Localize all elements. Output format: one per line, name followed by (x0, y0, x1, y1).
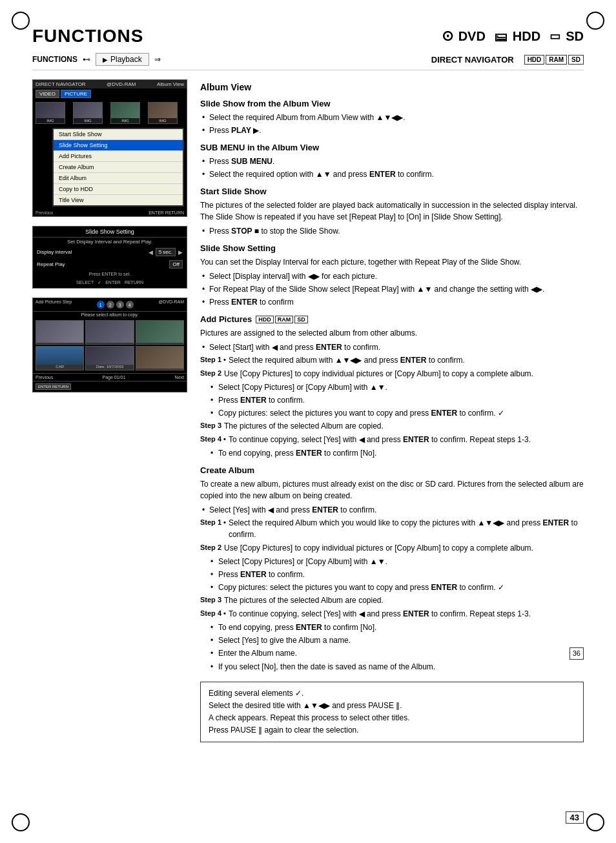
slide-show-setting-body: You can set the Display Interval for eac… (200, 256, 584, 268)
add-panel-dvd: @DVD-RAM (158, 300, 184, 310)
nav-arrow-2: ⇒ (154, 55, 161, 64)
add-badge-ram: RAM (275, 316, 294, 323)
nav-badges: HDD RAM SD (524, 55, 584, 65)
thumb-2-label: IMG (74, 118, 102, 123)
step-3: 3 (116, 301, 124, 309)
menu-title-view[interactable]: Title View (54, 195, 183, 205)
menu-start-slide-show[interactable]: Start Slide Show (54, 129, 183, 140)
setting-panel-subtitle: Set Display Interval and Repeat Play. (33, 238, 187, 246)
step-2: 2 (107, 301, 114, 309)
slide-show-bullet-1: Select the required Album from Album Vie… (200, 112, 584, 123)
dvd-disc-icon: ⊙ (442, 28, 453, 45)
create-album-body: To create a new album, pictures must alr… (200, 478, 584, 502)
create-step-2-sub-1: Select [Copy Pictures] or [Copy Album] w… (200, 556, 584, 567)
tab-picture[interactable]: PICTURE (61, 90, 91, 98)
add-nav-next: Next (175, 375, 184, 380)
setting-hint: Press ENTER to set. (33, 270, 187, 278)
setting-panel-title: Slide Show Setting (33, 227, 187, 238)
create-step-1: Step 1 • Select the required Album which… (200, 517, 584, 540)
page-number: 43 (566, 811, 584, 824)
thumb-4: IMG (148, 102, 178, 124)
album-view-title: Album View (200, 82, 584, 92)
left-column: DIRECT NAVIGATOR @DVD-RAM Album View VID… (32, 79, 187, 742)
add-thumb-5 (136, 346, 184, 371)
enter-btn-icon: ✓ (98, 280, 101, 285)
repeat-play-label: Repeat Play (37, 261, 167, 267)
start-slide-show-bullet-1: Press STOP ■ to stop the Slide Show. (200, 225, 584, 237)
add-thumb-2 (85, 320, 134, 345)
create-step-4-sub-2: Select [Yes] to give the Album a name. (200, 635, 584, 646)
main-content: DIRECT NAVIGATOR @DVD-RAM Album View VID… (32, 79, 584, 742)
add-panel-header: Add Pictures Step 1 2 3 4 @DVD-RAM (33, 298, 187, 312)
add-panel-title: Add Pictures Step (36, 300, 72, 310)
corner-decoration-tl (12, 12, 30, 30)
add-pictures-title: Add Pictures (200, 314, 252, 324)
tab-video[interactable]: VIDEO (36, 90, 59, 98)
add-panel-subtitle: Please select album to copy. (33, 312, 187, 318)
add-step-4-sub-1: To end copying, press ENTER to confirm [… (200, 447, 584, 459)
add-thumb-1 (36, 320, 84, 345)
menu-copy-to-hdd[interactable]: Copy to HDD (54, 184, 183, 195)
create-album-title: Create Album (200, 465, 584, 475)
add-step-2-text: Use [Copy Pictures] to copy individual p… (224, 368, 584, 380)
repeat-play-value: Off (169, 260, 183, 269)
create-step-4-text: To continue copying, select [Yes] with ◀… (229, 608, 584, 620)
corner-decoration-tr (586, 12, 604, 30)
nav-playback-box: ▶ Playback (96, 53, 149, 66)
corner-decoration-br (586, 813, 604, 831)
badge-hdd: HDD (524, 55, 545, 65)
add-step-1-num: Step 1 • (200, 354, 226, 366)
add-thumb-3 (136, 320, 184, 345)
menu-create-album[interactable]: Create Album (54, 162, 183, 173)
menu-slide-show-setting[interactable]: Slide Show Setting (54, 140, 183, 151)
note-line-4: Press PAUSE ‖ again to clear the selecti… (209, 724, 575, 736)
create-step-4-sub-3: Enter the Album name. 36 (200, 647, 584, 660)
menu-add-pictures[interactable]: Add Pictures (54, 151, 183, 162)
setting-buttons: SELECT ✓ ENTER RETURN (33, 278, 187, 288)
nav-functions-label: FUNCTIONS (32, 55, 77, 64)
page-num-inline: 36 (570, 647, 584, 660)
create-step-2-sub-2: Press ENTER to confirm. (200, 569, 584, 580)
display-interval-right-arrow: ▶ (178, 249, 183, 256)
create-step-2-sub-3: Copy pictures: select the pictures you w… (200, 582, 584, 593)
sub-menu-title: SUB MENU in the Album View (200, 143, 584, 152)
add-step-2-sub-1: Select [Copy Pictures] or [Copy Album] w… (200, 381, 584, 393)
page-container: FUNCTIONS ⊙ DVD 🖴 HDD ▭ SD FUNCTIONS ⊷ ▶… (0, 0, 616, 843)
add-step-4-text: To continue copying, select [Yes] with ◀… (229, 434, 584, 445)
add-pictures-body: Pictures are assigned to the selected al… (200, 327, 584, 339)
menu-edit-album[interactable]: Edit Album (54, 173, 183, 184)
album-panel-enter: ENTER RETURN (149, 210, 184, 215)
create-step-4: Step 4 • To continue copying, select [Ye… (200, 608, 584, 620)
create-step-1-num: Step 1 • (200, 517, 226, 540)
thumb-3-label: IMG (111, 118, 139, 123)
add-step-3: Step 3 The pictures of the selected Albu… (200, 420, 584, 432)
slide-show-title: Slide Show from the Album View (200, 99, 584, 108)
add-step-2-num: Step 2 (200, 368, 221, 380)
add-step-2-sub-3: Copy pictures: select the pictures you w… (200, 407, 584, 419)
add-panel-thumbnails: CAR Date: 10/7/2003 (33, 318, 187, 373)
add-step-1-text: Select the required album with ▲▼◀▶ and … (229, 354, 584, 366)
page-number-area: 43 (566, 811, 584, 824)
create-step-3: Step 3 The pictures of the selected Albu… (200, 594, 584, 606)
create-step-4-num: Step 4 • (200, 608, 226, 620)
add-pictures-panel: Add Pictures Step 1 2 3 4 @DVD-RAM Pleas… (32, 298, 187, 392)
enter-return-btn[interactable]: ENTER RETURN (36, 383, 71, 390)
add-badge-hdd: HDD (256, 316, 274, 323)
add-thumb-date-label: Date: 10/7/2003 (96, 365, 124, 369)
album-tabs: VIDEO PICTURE (33, 88, 187, 99)
create-step-3-text: The pictures of the selected Album are c… (224, 594, 584, 606)
nav-direct-navigator: DIRECT NAVIGATOR (431, 55, 514, 65)
hdd-label: HDD (513, 29, 540, 44)
create-step-1-text: Select the required Album which you woul… (229, 517, 584, 540)
sub-menu-bullet-2: Select the required option with ▲▼ and p… (200, 168, 584, 180)
page-title: FUNCTIONS (32, 26, 143, 46)
sd-label: SD (566, 29, 584, 44)
add-panel-footer: ENTER RETURN (33, 381, 187, 392)
corner-decoration-bl (12, 813, 30, 831)
nav-playback-label: Playback (110, 55, 142, 64)
media-icons: ⊙ DVD 🖴 HDD ▭ SD (442, 28, 584, 45)
nav-bar: FUNCTIONS ⊷ ▶ Playback ⇒ DIRECT NAVIGATO… (32, 53, 584, 70)
slide-show-bullet-2: Press PLAY ▶. (200, 125, 584, 136)
badge-ram: RAM (546, 55, 567, 65)
step-1: 1 (97, 301, 105, 309)
